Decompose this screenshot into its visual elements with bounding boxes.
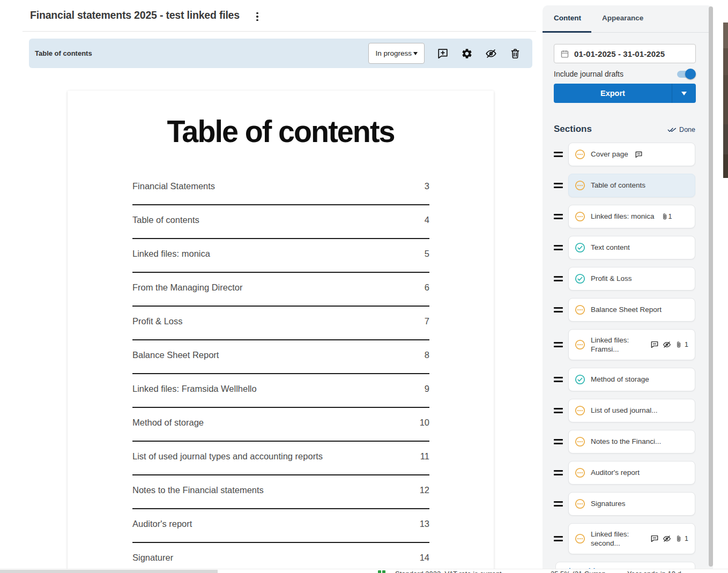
comment-icon bbox=[650, 340, 659, 349]
eye-off-icon bbox=[663, 340, 671, 349]
section-item[interactable]: Auditor's report bbox=[568, 461, 695, 485]
section-item[interactable]: Balance Sheet Report bbox=[568, 298, 695, 322]
section-item[interactable]: Linked files: Framsi...1 bbox=[568, 329, 695, 360]
section-item-label: Method of storage bbox=[591, 375, 649, 384]
section-item-indicators: 1 bbox=[650, 340, 688, 349]
drag-handle[interactable] bbox=[548, 307, 568, 312]
sections-header: Sections Done bbox=[554, 124, 695, 135]
status-done-icon bbox=[575, 242, 585, 253]
section-row: Signatures bbox=[543, 492, 695, 516]
section-item-label: Auditor's report bbox=[591, 468, 640, 477]
toc-row-rule bbox=[132, 238, 429, 239]
section-item[interactable]: List of used journal... bbox=[568, 399, 695, 422]
section-row: List of used journal... bbox=[543, 399, 695, 422]
section-item-label: Text content bbox=[591, 243, 630, 252]
tab-appearance[interactable]: Appearance bbox=[602, 14, 643, 22]
section-item-indicators: 1 bbox=[650, 534, 688, 543]
date-range-input[interactable]: 01-01-2025 - 31-01-2025 bbox=[554, 44, 696, 63]
status-in-progress-icon bbox=[575, 304, 585, 315]
section-item[interactable]: Linked files: monica1 bbox=[568, 205, 695, 228]
header-divider bbox=[23, 31, 536, 32]
toc-row-rule bbox=[132, 542, 429, 543]
status-in-progress-icon bbox=[575, 180, 585, 191]
chevron-down-icon bbox=[413, 52, 418, 55]
attachment-count: 1 bbox=[685, 535, 688, 542]
section-row: Text content bbox=[543, 236, 695, 259]
toolbar-section-label: Table of contents bbox=[35, 49, 92, 57]
section-item-label: Signatures bbox=[591, 499, 626, 508]
toc-row: Profit & Loss7 bbox=[132, 309, 429, 343]
comment-icon bbox=[650, 534, 659, 543]
kebab-menu-icon[interactable] bbox=[253, 11, 262, 23]
toc-row: List of used journal types and accountin… bbox=[132, 444, 429, 478]
section-item-label: Cover page bbox=[591, 150, 628, 159]
status-in-progress-icon bbox=[575, 211, 585, 222]
drag-handle[interactable] bbox=[548, 501, 568, 507]
drafts-toggle[interactable] bbox=[676, 69, 696, 79]
gear-icon[interactable] bbox=[461, 48, 473, 59]
toc-row-rule bbox=[132, 272, 429, 273]
status-in-progress-icon bbox=[575, 498, 585, 509]
panel-tabs: Content Appearance bbox=[543, 5, 713, 33]
toc-row: Method of storage10 bbox=[132, 411, 429, 444]
attachment-count: 1 bbox=[685, 341, 688, 348]
section-item[interactable]: Signatures bbox=[568, 492, 695, 516]
section-row: Method of storage bbox=[543, 368, 695, 391]
export-dropdown-button[interactable] bbox=[672, 84, 696, 103]
toc-row: Linked files: monica5 bbox=[132, 242, 429, 276]
section-item-label: Linked files: Framsi... bbox=[591, 336, 644, 354]
drag-handle[interactable] bbox=[548, 470, 568, 475]
sections-list: Cover pageTable of contentsLinked files:… bbox=[543, 143, 695, 573]
drag-handle[interactable] bbox=[548, 536, 568, 541]
section-item[interactable]: Cover page bbox=[568, 143, 695, 166]
vertical-scrollbar-thumb[interactable] bbox=[709, 6, 713, 567]
eye-off-icon[interactable] bbox=[485, 48, 497, 59]
section-row: Cover page bbox=[543, 143, 695, 166]
section-item[interactable]: Method of storage bbox=[568, 368, 695, 391]
drag-handle[interactable] bbox=[548, 245, 568, 250]
toc-row: Notes to the Financial statements12 bbox=[132, 478, 429, 512]
horizontal-scrollbar-thumb[interactable] bbox=[0, 570, 218, 573]
sections-title: Sections bbox=[554, 124, 592, 135]
status-text: 25.5% (21 Curren... bbox=[551, 570, 611, 573]
toc-row: Table of contents4 bbox=[132, 208, 429, 242]
section-item[interactable]: Text content bbox=[568, 236, 695, 259]
drag-handle[interactable] bbox=[548, 214, 568, 219]
green-status-icon bbox=[378, 570, 385, 573]
status-in-progress-icon bbox=[575, 339, 585, 350]
add-comment-icon[interactable] bbox=[437, 48, 449, 59]
double-check-icon bbox=[667, 125, 677, 134]
section-item-label: Table of contents bbox=[591, 181, 645, 190]
drag-handle[interactable] bbox=[548, 408, 568, 413]
export-button[interactable]: Export bbox=[554, 84, 672, 103]
section-item[interactable]: Notes to the Financi... bbox=[568, 430, 695, 453]
chevron-down-icon bbox=[681, 92, 687, 95]
comment-icon bbox=[635, 151, 643, 159]
drag-handle[interactable] bbox=[548, 377, 568, 382]
section-item[interactable]: Table of contents bbox=[568, 174, 695, 197]
done-button[interactable]: Done bbox=[667, 125, 695, 135]
status-in-progress-icon bbox=[575, 149, 585, 160]
toc-row: Linked files: Framsida Wellhello9 bbox=[132, 377, 429, 411]
toc-row: Financial Statements3 bbox=[132, 174, 429, 208]
drag-handle[interactable] bbox=[548, 183, 568, 188]
trash-icon[interactable] bbox=[509, 48, 521, 59]
toc-row-rule bbox=[132, 306, 429, 307]
section-item[interactable]: Linked files: second...1 bbox=[568, 523, 695, 554]
eye-off-icon bbox=[663, 534, 671, 543]
toc-row-rule bbox=[132, 204, 429, 205]
drag-handle[interactable] bbox=[548, 276, 568, 281]
attachment-icon bbox=[661, 213, 668, 220]
drag-handle[interactable] bbox=[548, 152, 568, 157]
section-row: Linked files: second...1 bbox=[543, 523, 695, 554]
status-dropdown-button[interactable]: In progress bbox=[368, 43, 425, 64]
attachment-icon bbox=[675, 341, 682, 348]
status-done-icon bbox=[575, 273, 585, 284]
tab-content[interactable]: Content bbox=[554, 14, 581, 22]
done-label: Done bbox=[679, 126, 695, 133]
drag-handle[interactable] bbox=[548, 439, 568, 444]
section-toolbar: Table of contents In progress bbox=[29, 39, 532, 68]
section-item[interactable]: Profit & Loss bbox=[568, 267, 695, 291]
drag-handle[interactable] bbox=[548, 342, 568, 347]
toc-row-rule bbox=[132, 441, 429, 442]
